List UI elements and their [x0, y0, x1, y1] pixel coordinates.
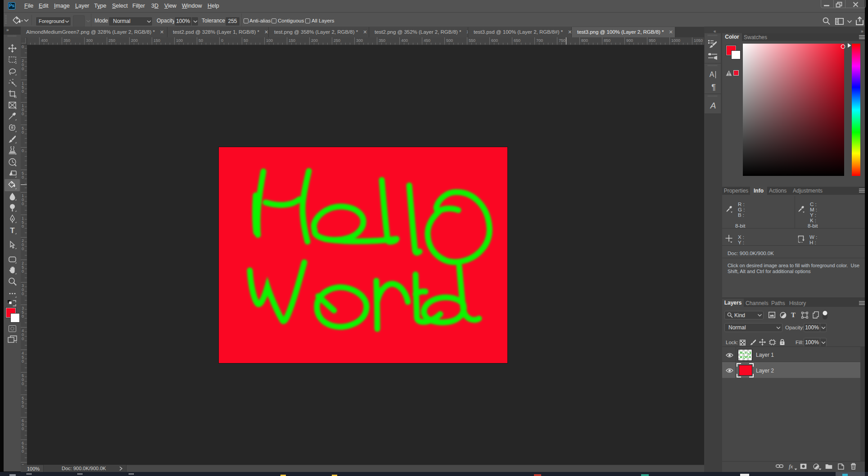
svg-text:0: 0 [22, 202, 24, 206]
svg-text:A: A [710, 101, 716, 110]
svg-text:250: 250 [334, 38, 340, 43]
svg-text:0: 0 [22, 45, 24, 49]
svg-text:0: 0 [22, 224, 24, 229]
svg-text:200: 200 [311, 38, 318, 43]
svg-text:750: 750 [559, 38, 565, 43]
svg-text:300: 300 [356, 38, 363, 43]
svg-text:250: 250 [108, 38, 115, 43]
svg-text:0: 0 [22, 359, 24, 364]
svg-text:0: 0 [22, 382, 24, 386]
svg-text:200: 200 [131, 38, 138, 43]
svg-text:1000: 1000 [671, 38, 680, 43]
svg-text:650: 650 [514, 38, 520, 43]
svg-text:100: 100 [266, 38, 273, 43]
svg-text:0: 0 [22, 404, 24, 409]
svg-text:0: 0 [22, 130, 24, 135]
svg-text:0: 0 [22, 314, 24, 319]
svg-text:0: 0 [22, 247, 24, 251]
svg-text:0: 0 [22, 427, 24, 431]
svg-text:800: 800 [581, 38, 588, 43]
svg-text:900: 900 [626, 38, 633, 43]
svg-text:50: 50 [244, 38, 248, 43]
svg-text:A: A [710, 71, 714, 78]
svg-text:0: 0 [22, 175, 24, 180]
svg-text:0: 0 [22, 89, 24, 94]
svg-text:0: 0 [22, 67, 24, 71]
svg-text:850: 850 [604, 38, 610, 43]
svg-text:100: 100 [176, 38, 183, 43]
svg-text:350: 350 [63, 38, 70, 43]
svg-text:0: 0 [221, 38, 223, 43]
svg-text:700: 700 [536, 38, 543, 43]
svg-text:150: 150 [289, 38, 295, 43]
svg-text:0: 0 [22, 112, 24, 116]
svg-text:T: T [10, 226, 15, 235]
svg-text:550: 550 [469, 38, 475, 43]
svg-text:400: 400 [41, 38, 48, 43]
svg-text:1050: 1050 [694, 38, 703, 43]
svg-text:0: 0 [22, 449, 24, 454]
svg-text:300: 300 [86, 38, 93, 43]
svg-text:450: 450 [424, 38, 430, 43]
svg-text:600: 600 [491, 38, 498, 43]
svg-text:0: 0 [22, 337, 24, 341]
svg-text:150: 150 [154, 38, 160, 43]
svg-text:50: 50 [199, 38, 203, 43]
svg-text:0: 0 [22, 148, 24, 153]
svg-text:¶: ¶ [711, 83, 716, 92]
svg-text:400: 400 [401, 38, 408, 43]
svg-text:350: 350 [379, 38, 385, 43]
svg-text:500: 500 [446, 38, 453, 43]
svg-text:950: 950 [649, 38, 656, 43]
svg-text:0: 0 [22, 292, 24, 296]
svg-text:0: 0 [22, 269, 24, 274]
